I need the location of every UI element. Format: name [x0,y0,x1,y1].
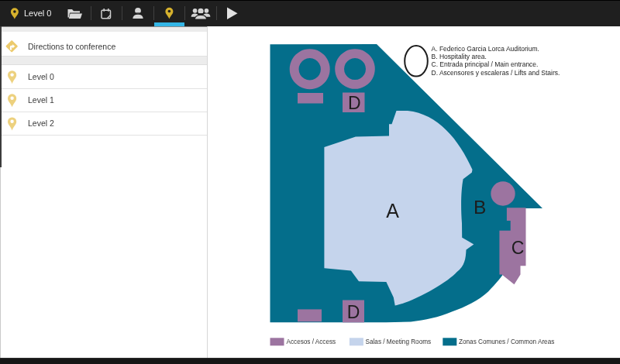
svg-text:Salas / Meeting Rooms: Salas / Meeting Rooms [366,338,432,345]
svg-text:C: C [512,238,525,258]
svg-text:Zonas Comunes / Common Areas: Zonas Comunes / Common Areas [459,338,554,345]
svg-text:A: A [386,200,399,221]
svg-text:C. Entrada principal / Main en: C. Entrada principal / Main entrance. [432,60,539,68]
svg-text:D: D [347,302,360,322]
svg-text:A. Federico Garcia Lorca Audit: A. Federico Garcia Lorca Auditorium. [432,45,539,53]
svg-text:D: D [348,93,361,113]
svg-text:B. Hospitality area.: B. Hospitality area. [432,53,487,60]
svg-text:Accesos / Access: Accesos / Access [287,338,336,345]
svg-text:D. Ascensores y escaleras / Li: D. Ascensores y escaleras / Lifts and St… [432,69,560,77]
svg-text:B: B [474,197,486,218]
